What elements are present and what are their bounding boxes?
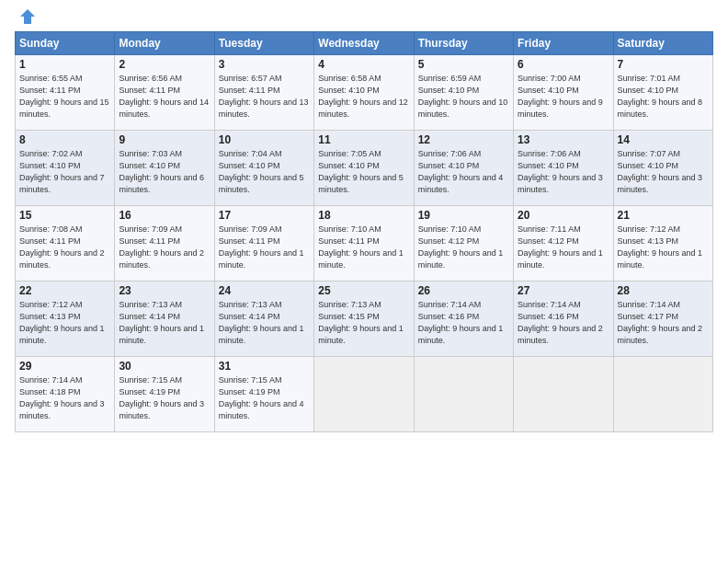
calendar-cell: 7Sunrise: 7:01 AMSunset: 4:10 PMDaylight…: [613, 55, 712, 131]
day-number: 27: [518, 284, 609, 297]
calendar-cell: 1Sunrise: 6:55 AMSunset: 4:11 PMDaylight…: [16, 55, 115, 131]
day-number: 29: [19, 360, 110, 373]
calendar-cell: 26Sunrise: 7:14 AMSunset: 4:16 PMDayligh…: [414, 282, 513, 357]
day-content: Sunrise: 7:13 AMSunset: 4:14 PMDaylight:…: [219, 299, 310, 347]
day-number: 2: [119, 58, 210, 71]
logo-icon: [18, 7, 37, 26]
day-number: 20: [518, 209, 609, 222]
column-header-monday: Monday: [115, 32, 214, 55]
calendar-cell: 6Sunrise: 7:00 AMSunset: 4:10 PMDaylight…: [514, 55, 613, 131]
day-content: Sunrise: 6:56 AMSunset: 4:11 PMDaylight:…: [119, 73, 210, 121]
day-content: Sunrise: 7:10 AMSunset: 4:11 PMDaylight:…: [318, 224, 409, 271]
day-number: 11: [318, 133, 409, 146]
day-content: Sunrise: 7:11 AMSunset: 4:12 PMDaylight:…: [518, 224, 609, 271]
calendar-week-5: 29Sunrise: 7:14 AMSunset: 4:18 PMDayligh…: [16, 357, 713, 432]
calendar-cell: 8Sunrise: 7:02 AMSunset: 4:10 PMDaylight…: [16, 131, 115, 206]
calendar-cell: [514, 357, 613, 432]
column-header-thursday: Thursday: [414, 32, 513, 55]
calendar-cell: 25Sunrise: 7:13 AMSunset: 4:15 PMDayligh…: [314, 282, 414, 357]
day-content: Sunrise: 7:06 AMSunset: 4:10 PMDaylight:…: [418, 148, 509, 196]
calendar-cell: 23Sunrise: 7:13 AMSunset: 4:14 PMDayligh…: [115, 282, 214, 357]
day-number: 28: [618, 284, 709, 297]
calendar-cell: 14Sunrise: 7:07 AMSunset: 4:10 PMDayligh…: [613, 131, 712, 206]
calendar-week-3: 15Sunrise: 7:08 AMSunset: 4:11 PMDayligh…: [16, 206, 713, 282]
day-content: Sunrise: 7:00 AMSunset: 4:10 PMDaylight:…: [518, 73, 609, 121]
day-number: 10: [219, 133, 310, 146]
day-number: 5: [418, 58, 509, 71]
day-number: 13: [518, 133, 609, 146]
day-number: 24: [219, 284, 310, 297]
calendar-cell: 4Sunrise: 6:58 AMSunset: 4:10 PMDaylight…: [314, 55, 414, 131]
calendar-week-2: 8Sunrise: 7:02 AMSunset: 4:10 PMDaylight…: [16, 131, 713, 206]
day-content: Sunrise: 7:09 AMSunset: 4:11 PMDaylight:…: [219, 224, 310, 271]
day-content: Sunrise: 7:12 AMSunset: 4:13 PMDaylight:…: [618, 224, 709, 271]
calendar-cell: 5Sunrise: 6:59 AMSunset: 4:10 PMDaylight…: [414, 55, 513, 131]
day-content: Sunrise: 7:10 AMSunset: 4:12 PMDaylight:…: [418, 224, 509, 271]
day-content: Sunrise: 7:15 AMSunset: 4:19 PMDaylight:…: [219, 374, 310, 422]
day-number: 12: [418, 133, 509, 146]
column-header-tuesday: Tuesday: [214, 32, 313, 55]
calendar-cell: 19Sunrise: 7:10 AMSunset: 4:12 PMDayligh…: [414, 206, 513, 282]
calendar-cell: 24Sunrise: 7:13 AMSunset: 4:14 PMDayligh…: [214, 282, 313, 357]
day-number: 18: [318, 209, 409, 222]
day-content: Sunrise: 7:01 AMSunset: 4:10 PMDaylight:…: [618, 73, 709, 121]
day-content: Sunrise: 7:08 AMSunset: 4:11 PMDaylight:…: [19, 224, 110, 271]
day-number: 19: [418, 209, 509, 222]
calendar-week-4: 22Sunrise: 7:12 AMSunset: 4:13 PMDayligh…: [16, 282, 713, 357]
calendar-cell: 31Sunrise: 7:15 AMSunset: 4:19 PMDayligh…: [214, 357, 313, 432]
day-content: Sunrise: 7:15 AMSunset: 4:19 PMDaylight:…: [119, 374, 210, 422]
day-content: Sunrise: 7:09 AMSunset: 4:11 PMDaylight:…: [119, 224, 210, 271]
column-header-friday: Friday: [514, 32, 613, 55]
calendar-cell: 27Sunrise: 7:14 AMSunset: 4:16 PMDayligh…: [514, 282, 613, 357]
day-content: Sunrise: 7:06 AMSunset: 4:10 PMDaylight:…: [518, 148, 609, 196]
day-content: Sunrise: 6:59 AMSunset: 4:10 PMDaylight:…: [418, 73, 509, 121]
day-content: Sunrise: 7:14 AMSunset: 4:16 PMDaylight:…: [418, 299, 509, 347]
calendar-cell: [414, 357, 513, 432]
day-content: Sunrise: 7:12 AMSunset: 4:13 PMDaylight:…: [19, 299, 110, 347]
calendar-cell: 28Sunrise: 7:14 AMSunset: 4:17 PMDayligh…: [613, 282, 712, 357]
calendar-cell: 22Sunrise: 7:12 AMSunset: 4:13 PMDayligh…: [16, 282, 115, 357]
calendar-cell: 3Sunrise: 6:57 AMSunset: 4:11 PMDaylight…: [214, 55, 313, 131]
calendar-cell: 9Sunrise: 7:03 AMSunset: 4:10 PMDaylight…: [115, 131, 214, 206]
day-number: 16: [119, 209, 210, 222]
calendar-cell: 13Sunrise: 7:06 AMSunset: 4:10 PMDayligh…: [514, 131, 613, 206]
day-content: Sunrise: 7:03 AMSunset: 4:10 PMDaylight:…: [119, 148, 210, 196]
day-content: Sunrise: 7:05 AMSunset: 4:10 PMDaylight:…: [318, 148, 409, 196]
calendar-cell: 15Sunrise: 7:08 AMSunset: 4:11 PMDayligh…: [16, 206, 115, 282]
day-number: 26: [418, 284, 509, 297]
calendar-cell: [314, 357, 414, 432]
calendar-cell: 2Sunrise: 6:56 AMSunset: 4:11 PMDaylight…: [115, 55, 214, 131]
day-content: Sunrise: 6:58 AMSunset: 4:10 PMDaylight:…: [318, 73, 409, 121]
day-number: 15: [19, 209, 110, 222]
day-content: Sunrise: 6:55 AMSunset: 4:11 PMDaylight:…: [19, 73, 110, 121]
calendar-cell: 30Sunrise: 7:15 AMSunset: 4:19 PMDayligh…: [115, 357, 214, 432]
day-content: Sunrise: 7:14 AMSunset: 4:17 PMDaylight:…: [618, 299, 709, 347]
calendar-table: SundayMondayTuesdayWednesdayThursdayFrid…: [15, 31, 713, 432]
calendar-cell: 20Sunrise: 7:11 AMSunset: 4:12 PMDayligh…: [514, 206, 613, 282]
day-content: Sunrise: 7:14 AMSunset: 4:18 PMDaylight:…: [19, 374, 110, 422]
day-number: 23: [119, 284, 210, 297]
calendar-cell: 10Sunrise: 7:04 AMSunset: 4:10 PMDayligh…: [214, 131, 313, 206]
day-content: Sunrise: 7:02 AMSunset: 4:10 PMDaylight:…: [19, 148, 110, 196]
day-number: 8: [19, 133, 110, 146]
column-header-saturday: Saturday: [613, 32, 712, 55]
day-number: 14: [618, 133, 709, 146]
day-number: 22: [19, 284, 110, 297]
header: [15, 11, 713, 26]
calendar-cell: 17Sunrise: 7:09 AMSunset: 4:11 PMDayligh…: [214, 206, 313, 282]
calendar-week-1: 1Sunrise: 6:55 AMSunset: 4:11 PMDaylight…: [16, 55, 713, 131]
calendar-cell: 12Sunrise: 7:06 AMSunset: 4:10 PMDayligh…: [414, 131, 513, 206]
calendar-cell: 11Sunrise: 7:05 AMSunset: 4:10 PMDayligh…: [314, 131, 414, 206]
day-number: 4: [318, 58, 409, 71]
calendar-cell: 21Sunrise: 7:12 AMSunset: 4:13 PMDayligh…: [613, 206, 712, 282]
column-header-wednesday: Wednesday: [314, 32, 414, 55]
day-content: Sunrise: 6:57 AMSunset: 4:11 PMDaylight:…: [219, 73, 310, 121]
column-header-sunday: Sunday: [16, 32, 115, 55]
header-row: SundayMondayTuesdayWednesdayThursdayFrid…: [16, 32, 713, 55]
day-number: 9: [119, 133, 210, 146]
day-content: Sunrise: 7:14 AMSunset: 4:16 PMDaylight:…: [518, 299, 609, 347]
day-number: 1: [19, 58, 110, 71]
svg-marker-0: [20, 9, 35, 24]
calendar-cell: [613, 357, 712, 432]
calendar-cell: 18Sunrise: 7:10 AMSunset: 4:11 PMDayligh…: [314, 206, 414, 282]
